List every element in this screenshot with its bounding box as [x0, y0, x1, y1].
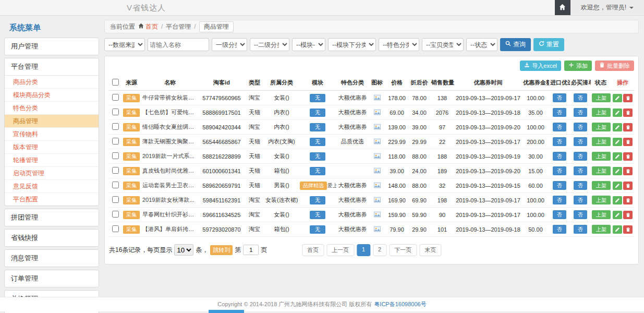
status-button[interactable]: 上架: [592, 210, 611, 219]
must-buy-toggle-button[interactable]: 否: [574, 152, 587, 161]
pagination-button[interactable]: 首页: [302, 244, 324, 256]
sidebar-subitem[interactable]: 特色分类: [5, 102, 99, 115]
import-select-toggle-button[interactable]: 否: [553, 225, 566, 234]
row-checkbox[interactable]: [112, 225, 119, 232]
home-button[interactable]: [555, 0, 570, 15]
sidebar-item[interactable]: 平台管理: [5, 58, 99, 75]
edit-icon[interactable]: [613, 123, 622, 131]
edit-icon[interactable]: [613, 167, 622, 175]
delete-icon[interactable]: [623, 109, 633, 117]
sidebar-subitem[interactable]: 平台配置: [5, 193, 99, 206]
import-excel-button[interactable]: 导入excel: [520, 61, 561, 71]
batch-delete-button[interactable]: 批量删除: [595, 61, 634, 71]
delete-icon[interactable]: [623, 152, 633, 161]
status-button[interactable]: 上架: [592, 93, 611, 102]
name-search-input[interactable]: [148, 38, 209, 51]
import-select-toggle-button[interactable]: 否: [553, 196, 566, 204]
breadcrumb-home-link[interactable]: 首页: [138, 22, 158, 31]
status-button[interactable]: 上架: [592, 225, 611, 234]
sidebar-subitem[interactable]: 轮播管理: [5, 154, 99, 167]
import-select-toggle-button[interactable]: 否: [553, 108, 566, 117]
edit-icon[interactable]: [613, 182, 622, 190]
level2-category-filter[interactable]: --二级分类--: [250, 38, 289, 51]
row-checkbox[interactable]: [112, 138, 119, 145]
edit-icon[interactable]: [613, 109, 622, 117]
icp-link[interactable]: 粤ICP备16098006号: [374, 300, 426, 308]
level1-category-filter[interactable]: 一级分类: [212, 38, 247, 51]
row-checkbox[interactable]: [112, 109, 119, 115]
must-buy-toggle-button[interactable]: 否: [574, 108, 587, 117]
import-select-toggle-button[interactable]: 否: [553, 181, 566, 190]
pagination-button[interactable]: 末页: [419, 244, 441, 256]
must-buy-toggle-button[interactable]: 否: [574, 166, 587, 175]
delete-icon[interactable]: [623, 182, 633, 190]
item-type-filter[interactable]: --宝贝类型--: [422, 38, 464, 51]
row-checkbox[interactable]: [112, 152, 119, 159]
import-select-toggle-button[interactable]: 否: [553, 166, 566, 175]
status-button[interactable]: 上架: [592, 137, 611, 146]
page-number-input[interactable]: [243, 245, 259, 255]
delete-icon[interactable]: [623, 196, 633, 204]
sidebar-item[interactable]: 消息管理: [5, 250, 99, 267]
user-menu[interactable]: 欢迎您，管理员!: [570, 0, 644, 15]
select-all-checkbox[interactable]: [112, 79, 119, 86]
status-button[interactable]: 上架: [592, 123, 611, 131]
row-checkbox[interactable]: [112, 167, 119, 174]
delete-icon[interactable]: [623, 123, 633, 131]
row-checkbox[interactable]: [112, 211, 119, 218]
sidebar-subitem[interactable]: 版本管理: [5, 141, 99, 154]
delete-icon[interactable]: [623, 211, 633, 219]
import-select-toggle-button[interactable]: 否: [553, 123, 566, 131]
pagination-button[interactable]: 1: [357, 244, 370, 256]
must-buy-toggle-button[interactable]: 否: [574, 196, 587, 204]
must-buy-toggle-button[interactable]: 否: [574, 93, 587, 102]
delete-icon[interactable]: [623, 167, 633, 175]
status-button[interactable]: 上架: [592, 108, 611, 117]
page-size-select[interactable]: 10: [174, 244, 193, 256]
pagination-button[interactable]: 下一页: [389, 244, 417, 256]
status-button[interactable]: 上架: [592, 166, 611, 175]
add-button[interactable]: 添加: [564, 61, 592, 71]
must-buy-toggle-button[interactable]: 否: [574, 210, 587, 219]
sidebar-item[interactable]: 省钱快报: [5, 230, 99, 246]
must-buy-toggle-button[interactable]: 否: [574, 181, 587, 190]
status-button[interactable]: 上架: [592, 196, 611, 204]
import-select-toggle-button[interactable]: 否: [553, 93, 566, 102]
reset-button[interactable]: 重置: [533, 38, 564, 51]
data-source-filter[interactable]: --数据来源--: [104, 38, 145, 51]
import-select-toggle-button[interactable]: 否: [553, 210, 566, 219]
status-button[interactable]: 上架: [592, 181, 611, 190]
import-select-toggle-button[interactable]: 否: [553, 152, 566, 161]
edit-icon[interactable]: [613, 196, 622, 204]
status-filter[interactable]: --状态--: [466, 38, 497, 51]
search-button[interactable]: 查询: [500, 38, 531, 51]
pagination-button[interactable]: 2: [373, 244, 386, 256]
sidebar-subitem[interactable]: 启动页管理: [5, 167, 99, 180]
edit-icon[interactable]: [613, 211, 622, 219]
sidebar-subitem[interactable]: 商品管理: [5, 115, 99, 128]
row-checkbox[interactable]: [112, 94, 119, 101]
sidebar-item[interactable]: 订单管理: [5, 270, 99, 287]
module-subcategory-filter[interactable]: --模块下分类--: [328, 38, 376, 51]
sidebar-item[interactable]: 用户管理: [5, 38, 99, 55]
feature-category-filter[interactable]: --特色分类--: [379, 38, 419, 51]
sidebar-subitem[interactable]: 意见反馈: [5, 180, 99, 193]
sidebar-subitem[interactable]: 宣传物料: [5, 128, 99, 141]
pagination-button[interactable]: 上一页: [326, 244, 354, 256]
sidebar-item[interactable]: 拼团管理: [5, 209, 99, 226]
must-buy-toggle-button[interactable]: 否: [574, 225, 587, 234]
delete-icon[interactable]: [623, 225, 633, 234]
edit-icon[interactable]: [613, 225, 622, 234]
row-checkbox[interactable]: [112, 182, 119, 188]
edit-icon[interactable]: [613, 152, 622, 161]
sidebar-subitem[interactable]: 模块商品分类: [5, 89, 99, 102]
module-filter[interactable]: --模块--: [292, 38, 325, 51]
edit-icon[interactable]: [613, 138, 622, 146]
sidebar-subitem[interactable]: 商品分类: [5, 76, 99, 89]
delete-icon[interactable]: [623, 138, 633, 146]
delete-icon[interactable]: [623, 94, 633, 102]
must-buy-toggle-button[interactable]: 否: [574, 137, 587, 146]
must-buy-toggle-button[interactable]: 否: [574, 123, 587, 131]
edit-icon[interactable]: [613, 94, 622, 102]
row-checkbox[interactable]: [112, 196, 119, 203]
